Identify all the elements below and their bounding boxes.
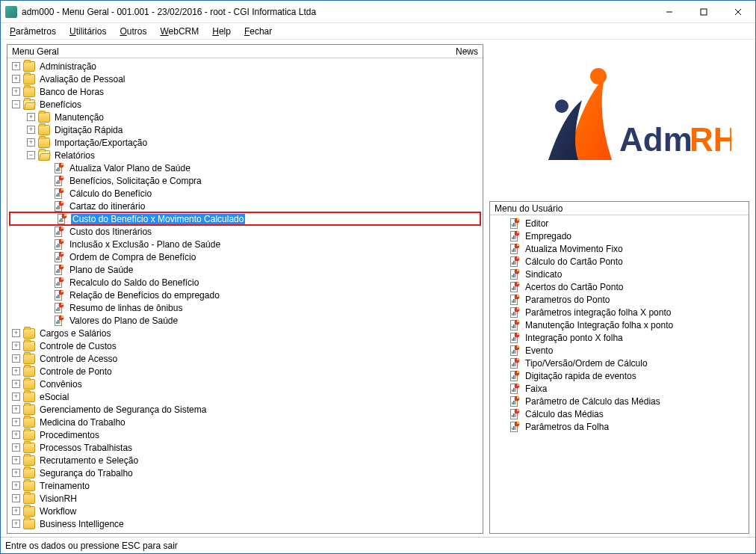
tree-item[interactable]: +Treinamento <box>9 479 481 492</box>
tree-leaf-spacer <box>498 232 506 240</box>
collapse-icon[interactable]: − <box>27 151 35 159</box>
tree-item[interactable]: +Processos Trabalhistas <box>9 441 481 454</box>
tree-item[interactable]: Faixa <box>492 382 747 395</box>
tree-item[interactable]: +eSocial <box>9 390 481 403</box>
tree-item[interactable]: Inclusão x Exclusão - Plano de Saúde <box>9 238 481 250</box>
tree-item[interactable]: +Controle de Ponto <box>9 365 481 378</box>
tree-item[interactable]: Cálculo das Médias <box>492 407 747 420</box>
tree-item[interactable]: Valores do Plano de Saúde <box>9 314 481 327</box>
expand-icon[interactable]: + <box>12 75 20 83</box>
menu-help[interactable]: Help <box>206 25 237 38</box>
expand-icon[interactable]: + <box>12 520 20 528</box>
tree-item[interactable]: +Banco de Horas <box>9 85 481 98</box>
folder-icon <box>23 61 35 72</box>
expand-icon[interactable]: + <box>12 380 20 388</box>
svg-rect-75 <box>513 223 515 227</box>
menu-outros[interactable]: Outros <box>114 25 152 38</box>
expand-icon[interactable]: + <box>12 329 20 337</box>
tree-item[interactable]: +Manutenção <box>9 111 481 123</box>
tree-item[interactable]: −Benefícios <box>9 98 481 111</box>
tree-item[interactable]: +Cargos e Salários <box>9 327 481 339</box>
tree-item[interactable]: +Digitação Rápida <box>9 123 481 136</box>
expand-icon[interactable]: + <box>12 469 20 477</box>
expand-icon[interactable]: + <box>12 405 20 413</box>
expand-icon[interactable]: + <box>27 138 35 147</box>
menu-webcrm[interactable]: WebCRM <box>154 25 205 38</box>
tree-item[interactable]: Parametros do Ponto <box>492 293 747 306</box>
tree-item[interactable]: +Business Intelligence <box>9 517 481 530</box>
tree-item[interactable]: Cálculo do Benefício <box>9 187 481 200</box>
menu-fechar[interactable]: Fechar <box>238 25 278 38</box>
expand-icon[interactable]: + <box>12 494 20 502</box>
tree-item[interactable]: Acertos do Cartão Ponto <box>492 280 747 293</box>
expand-icon[interactable]: + <box>12 431 20 439</box>
tree-item[interactable]: Ordem de Compra de Benefício <box>9 250 481 263</box>
expand-icon[interactable]: + <box>12 62 20 70</box>
close-button[interactable] <box>721 1 755 22</box>
tree-item[interactable]: Evento <box>492 344 747 357</box>
tree-item[interactable]: +VisionRH <box>9 492 481 505</box>
tree-item[interactable]: +Gerenciamento de Segurança do Sistema <box>9 403 481 416</box>
tree-leaf-spacer <box>42 189 50 197</box>
tree-item[interactable]: Parâmetro de Cálculo das Médias <box>492 395 747 407</box>
tree-item[interactable]: Empregado <box>492 230 747 242</box>
tree-item[interactable]: +Medicina do Trabalho <box>9 416 481 428</box>
tree-item[interactable]: +Segurança do Trabalho <box>9 467 481 479</box>
tree-item[interactable]: Parâmetros integração folha X ponto <box>492 306 747 318</box>
folder-icon <box>23 506 35 517</box>
tree-item[interactable]: +Procedimentos <box>9 428 481 441</box>
tree-item[interactable]: −Relatórios <box>9 149 481 161</box>
svg-rect-55 <box>56 296 58 298</box>
expand-icon[interactable]: + <box>12 481 20 490</box>
tree-item[interactable]: Custo do Benefício x Movimento Calculado <box>9 212 481 226</box>
expand-icon[interactable]: + <box>12 418 20 426</box>
tree-item[interactable]: Tipo/Versão/Ordem de Cálculo <box>492 357 747 369</box>
tree-item[interactable]: Atualiza Valor Plano de Saúde <box>9 161 481 174</box>
expand-icon[interactable]: + <box>12 87 20 96</box>
tree-item[interactable]: Digitação rapida de eventos <box>492 369 747 382</box>
news-link[interactable]: News <box>456 46 478 57</box>
tree-item[interactable]: Benefícios, Solicitação e Compra <box>9 174 481 187</box>
menu-parametros[interactable]: Parâmetros <box>4 25 62 38</box>
tree-item[interactable]: +Controle de Custos <box>9 339 481 352</box>
report-icon <box>53 251 65 263</box>
menu-utilitarios[interactable]: Utilitários <box>63 25 112 38</box>
expand-icon[interactable]: + <box>12 367 20 375</box>
menu-geral-tree[interactable]: +Administração+Avaliação de Pessoal+Banc… <box>7 58 483 533</box>
maximize-button[interactable] <box>687 1 721 22</box>
expand-icon[interactable]: + <box>27 113 35 121</box>
tree-item[interactable]: +Recrutamento e Seleção <box>9 454 481 467</box>
expand-icon[interactable]: + <box>12 507 20 515</box>
tree-item[interactable]: Integração ponto X folha <box>492 331 747 344</box>
minimize-button[interactable] <box>652 1 687 22</box>
expand-icon[interactable]: + <box>12 354 20 363</box>
tree-item[interactable]: Cartaz do itinerário <box>9 200 481 212</box>
tree-item[interactable]: +Avaliação de Pessoal <box>9 73 481 85</box>
tree-item[interactable]: Editor <box>492 217 747 230</box>
tree-item[interactable]: Cálculo do Cartão Ponto <box>492 255 747 268</box>
tree-item[interactable]: +Controle de Acesso <box>9 352 481 365</box>
tree-item[interactable]: Parâmetros da Folha <box>492 420 747 433</box>
tree-item[interactable]: Plano de Saúde <box>9 263 481 276</box>
tree-item[interactable]: Atualiza Movimento Fixo <box>492 242 747 255</box>
collapse-icon[interactable]: − <box>12 100 20 108</box>
tree-item[interactable]: +Importação/Exportação <box>9 136 481 149</box>
expand-icon[interactable]: + <box>12 393 20 401</box>
tree-item[interactable]: +Workflow <box>9 505 481 517</box>
menu-usuario-tree[interactable]: EditorEmpregadoAtualiza Movimento FixoCá… <box>490 215 749 533</box>
tree-item[interactable]: Recalculo do Saldo do Benefício <box>9 276 481 289</box>
expand-icon[interactable]: + <box>27 126 35 134</box>
tree-item[interactable]: Relação de Benefícios do empregado <box>9 289 481 301</box>
expand-icon[interactable]: + <box>12 456 20 464</box>
tree-item[interactable]: Resumo de linhas de ônibus <box>9 301 481 314</box>
tree-item[interactable]: Custo dos Itinerários <box>9 225 481 238</box>
report-icon <box>509 243 521 255</box>
tree-leaf-spacer <box>498 346 506 354</box>
tree-leaf-spacer <box>42 304 50 312</box>
expand-icon[interactable]: + <box>12 443 20 452</box>
expand-icon[interactable]: + <box>12 342 20 350</box>
tree-item[interactable]: Sindicato <box>492 268 747 280</box>
tree-item[interactable]: +Administração <box>9 60 481 73</box>
tree-item[interactable]: +Convênios <box>9 378 481 390</box>
tree-item[interactable]: Manutenção Integração folha x ponto <box>492 318 747 331</box>
